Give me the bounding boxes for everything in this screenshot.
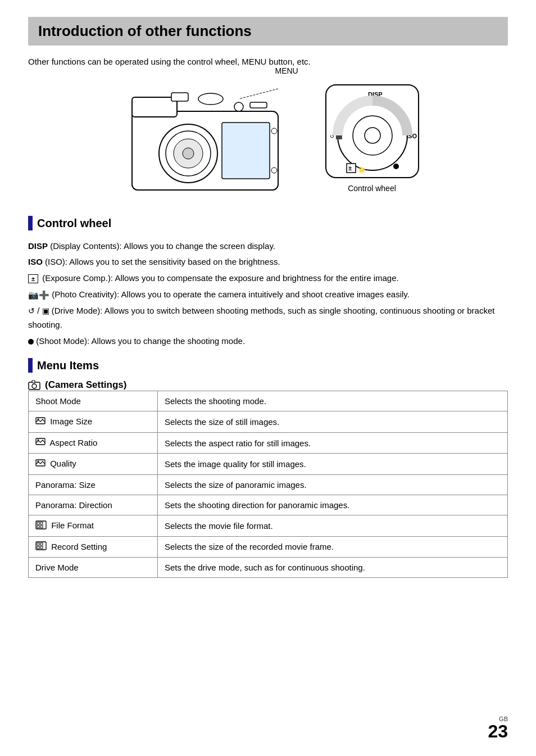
table-cell-label: File Format [29,515,158,537]
svg-rect-1 [132,97,177,117]
table-cell-label: Image Size [29,411,158,433]
control-wheel-heading: Control wheel [28,214,508,233]
quality-icon [35,459,46,470]
aspect-ratio-icon [35,437,46,449]
table-row: Image Size Selects the size of still ima… [29,411,508,433]
drive-mode-icon: ↺ [28,307,35,316]
table-cell-label: Shoot Mode [29,391,158,411]
svg-point-27 [32,384,37,388]
table-cell-desc: Selects the aspect ratio for still image… [158,432,508,454]
cw-item-iso: ISO (ISO): Allows you to set the sensiti… [28,255,508,269]
svg-text:±: ± [348,165,352,171]
exposure-comp-icon: ± [28,274,38,283]
image-size-icon [35,417,46,428]
cw-item-shoot: (Shoot Mode): Allows you to change the s… [28,334,508,348]
svg-text:🌟: 🌟 [358,166,366,174]
table-cell-label: Drive Mode [29,558,158,578]
table-cell-desc: Selects the size of panoramic images. [158,475,508,495]
table-cell-label: Quality [29,454,158,475]
menu-items-heading: Menu Items [28,358,508,373]
page: Introduction of other functions Other fu… [0,0,536,756]
shoot-mode-dot-icon [28,339,34,345]
table-cell-desc: Selects the movie file format. [158,515,508,537]
table-cell-label: Record Setting [29,536,158,558]
table-row: File Format Selects the movie file forma… [29,515,508,537]
cw-item-disp: DISP (Display Contents): Allows you to c… [28,239,508,253]
page-title-box: Introduction of other functions [28,17,508,46]
svg-point-34 [38,461,39,463]
menu-items-section: Menu Items (Camera Settings) Shoot Mode … [28,358,508,578]
record-setting-icon [35,541,47,553]
svg-point-7 [234,102,243,111]
svg-rect-6 [222,123,270,179]
cw-item-drive: ↺ / ▣ (Drive Mode): Allows you to switch… [28,304,508,332]
svg-point-9 [198,93,223,105]
menu-table: Shoot Mode Selects the shooting mode. [28,391,508,578]
page-title: Introduction of other functions [38,22,498,40]
svg-point-12 [271,168,277,173]
control-wheel-drawing: DISP ISO ± 🌟 ↺ ⬛ [323,82,421,193]
table-row: Quality Sets the image quality for still… [29,454,508,475]
table-cell-desc: Selects the size of still images. [158,411,508,433]
table-cell-desc: Sets the image quality for still images. [158,454,508,475]
table-cell-label: Aspect Ratio [29,432,158,454]
table-row: Shoot Mode Selects the shooting mode. [29,391,508,411]
table-cell-desc: Sets the drive mode, such as for continu… [158,558,508,578]
photo-creativity-icon: 📷➕ [28,289,49,299]
page-number-area: GB 23 [488,716,508,740]
control-wheel-heading-text: Control wheel [37,214,111,233]
table-row: Drive Mode Sets the drive mode, such as … [29,558,508,578]
svg-point-11 [271,128,277,134]
table-cell-desc: Selects the size of the recorded movie f… [158,536,508,558]
table-cell-desc: Sets the shooting direction for panorami… [158,495,508,515]
camera-drawing [115,78,306,197]
table-cell-label: Panorama: Size [29,475,158,495]
svg-point-5 [183,148,194,159]
svg-rect-8 [250,102,267,108]
svg-rect-28 [32,381,35,383]
table-row: Aspect Ratio Selects the aspect ratio fo… [29,432,508,454]
table-row: Panorama: Size Selects the size of panor… [29,475,508,495]
svg-point-17 [365,128,380,143]
intro-text: Other functions can be operated using th… [28,56,508,69]
menu-items-heading-text: Menu Items [37,359,99,372]
camera-settings-heading: (Camera Settings) [28,379,508,391]
menu-label: MENU [275,66,298,75]
control-wheel-section: Control wheel DISP (Display Contents): A… [28,214,508,348]
svg-point-30 [38,418,39,420]
table-cell-label: Panorama: Direction [29,495,158,515]
blue-bar-icon [28,216,33,230]
diagram-area: MENU [28,78,508,201]
table-row: Record Setting Selects the size of the r… [29,536,508,558]
svg-line-13 [239,89,278,99]
diagram-row: DISP ISO ± 🌟 ↺ ⬛ [115,78,421,197]
cw-item-photo-creativity: 📷➕ (Photo Creativity): Allows you to ope… [28,288,508,302]
cw-item-exposure: ± (Exposure Comp.): Allows you to compen… [28,271,508,286]
camera-settings-label: (Camera Settings) [45,379,126,391]
table-row: Panorama: Direction Sets the shooting di… [29,495,508,515]
camera-settings-icon [28,380,40,390]
svg-point-25 [393,164,399,169]
continuous-icon: ▣ [42,307,49,316]
svg-rect-10 [171,93,188,101]
table-cell-desc: Selects the shooting mode. [158,391,508,411]
file-format-icon [35,520,47,532]
blue-bar-menu-icon [28,358,33,373]
page-number: 23 [488,722,508,740]
control-wheel-label: Control wheel [348,184,396,193]
svg-point-32 [38,440,39,441]
